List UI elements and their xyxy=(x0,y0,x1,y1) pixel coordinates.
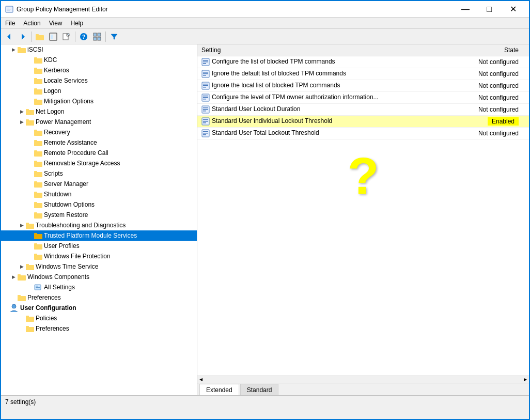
setting-state: Not configured xyxy=(459,56,529,68)
tree-item-windows-components[interactable]: ▶ Windows Components xyxy=(1,272,197,282)
toolbar: ? xyxy=(1,29,529,44)
view-button[interactable] xyxy=(91,30,103,43)
tree-item-preferences-2[interactable]: ▶ Preferences xyxy=(1,323,197,334)
tree-item-wts[interactable]: ▶ Windows Time Service xyxy=(1,261,197,272)
tab-extended[interactable]: Extended xyxy=(199,384,239,395)
folder-button[interactable] xyxy=(34,30,46,43)
scroll-track[interactable] xyxy=(205,376,522,383)
show-hide-button[interactable] xyxy=(47,30,59,43)
h-scrollbar[interactable]: ◀ ▶ xyxy=(197,376,529,383)
folder-icon-preferences xyxy=(18,294,26,301)
tree-item-mitigation[interactable]: ▶ Mitigation Options xyxy=(1,96,197,106)
tree-item-rpc[interactable]: ▶ Remote Procedure Call xyxy=(1,148,197,158)
expander-netlogon[interactable]: ▶ xyxy=(18,107,26,116)
folder-icon-locale xyxy=(34,77,42,84)
minimize-button[interactable]: — xyxy=(454,1,477,18)
folder-icon-kerberos xyxy=(34,67,42,74)
tree-item-user-profiles[interactable]: ▶ User Profiles xyxy=(1,241,197,251)
folder-icon-rpc xyxy=(34,149,42,157)
tree-item-all-settings[interactable]: ▶ All Settings xyxy=(1,282,197,292)
tree-item-policies-2[interactable]: ▶ Policies xyxy=(1,313,197,323)
setting-state: Not configured xyxy=(459,92,529,104)
tree-item-sysrestore[interactable]: ▶ System Restore xyxy=(1,210,197,220)
toolbar-sep-1 xyxy=(31,32,32,42)
settings-list[interactable]: Setting State Configure the list of bloc… xyxy=(197,44,529,376)
tab-bar: Extended Standard xyxy=(197,383,529,395)
svg-rect-70 xyxy=(18,296,26,301)
tree-item-power[interactable]: ▶ Power Management xyxy=(1,117,197,127)
svg-rect-44 xyxy=(34,161,37,162)
window-title: Group Policy Management Editor xyxy=(17,6,454,13)
table-row[interactable]: Configure the list of blocked TPM comman… xyxy=(197,56,529,68)
table-row[interactable]: Ignore the default list of blocked TPM c… xyxy=(197,68,529,80)
menu-view[interactable]: View xyxy=(45,18,67,29)
export-button[interactable] xyxy=(60,30,73,43)
tree-item-remote-assist[interactable]: ▶ Remote Assistance xyxy=(1,137,197,148)
svg-rect-22 xyxy=(18,47,21,49)
folder-icon-kdc xyxy=(34,56,42,64)
svg-rect-96 xyxy=(203,111,206,112)
filter-button[interactable] xyxy=(108,30,120,43)
svg-rect-54 xyxy=(34,212,37,214)
scroll-right-btn[interactable]: ▶ xyxy=(522,376,529,383)
svg-rect-33 xyxy=(26,110,34,115)
close-button[interactable]: ✕ xyxy=(501,1,525,18)
svg-rect-57 xyxy=(34,234,42,239)
tree-item-troubleshoot[interactable]: ▶ Troubleshooting and Diagnostics xyxy=(1,220,197,230)
svg-rect-45 xyxy=(34,172,42,177)
tree-label-shutdown-opts: Shutdown Options xyxy=(44,201,95,208)
expander-power[interactable]: ▶ xyxy=(18,118,26,126)
tree-label-preferences: Preferences xyxy=(27,294,61,301)
setting-name: Configure the level of TPM owner authori… xyxy=(212,94,379,101)
tree-item-kdc[interactable]: ▶ KDC xyxy=(1,55,197,65)
help-button[interactable]: ? xyxy=(77,30,90,43)
tab-standard[interactable]: Standard xyxy=(240,384,279,395)
tree-label-removable: Removable Storage Access xyxy=(44,160,120,167)
expander-troubleshoot[interactable]: ▶ xyxy=(18,221,26,229)
svg-rect-7 xyxy=(36,34,39,36)
scroll-left-btn[interactable]: ◀ xyxy=(197,376,205,383)
menu-action[interactable]: Action xyxy=(19,18,44,29)
svg-rect-58 xyxy=(34,233,37,235)
tree-item-user-config[interactable]: ▶ User Configuration xyxy=(1,303,197,313)
tree-pane[interactable]: ▶ iSCSI ▶ KDC ▶ Kerberos xyxy=(1,44,197,395)
tree-item-shutdown-opts[interactable]: ▶ Shutdown Options xyxy=(1,199,197,210)
tree-item-scripts[interactable]: ▶ Scripts xyxy=(1,168,197,179)
tree-item-wfp[interactable]: ▶ Windows File Protection xyxy=(1,251,197,261)
tree-label-scripts: Scripts xyxy=(44,170,63,177)
tree-item-preferences[interactable]: ▶ Preferences xyxy=(1,292,197,303)
table-row[interactable]: Standard User Lockout DurationNot config… xyxy=(197,104,529,116)
back-button[interactable] xyxy=(3,30,15,43)
window-controls: — □ ✕ xyxy=(454,1,525,18)
setting-state: Not configured xyxy=(459,80,529,92)
tree-item-netlogon[interactable]: ▶ Net Logon xyxy=(1,106,197,117)
svg-rect-25 xyxy=(34,69,42,74)
svg-rect-51 xyxy=(34,203,42,208)
tree-item-iscsi[interactable]: ▶ iSCSI xyxy=(1,44,197,55)
expander-windows-components[interactable]: ▶ xyxy=(9,273,18,281)
svg-rect-19 xyxy=(98,37,101,40)
expander-iscsi[interactable]: ▶ xyxy=(9,45,18,54)
table-row[interactable]: Configure the level of TPM owner authori… xyxy=(197,92,529,104)
svg-rect-91 xyxy=(203,97,208,98)
table-row[interactable]: Standard User Individual Lockout Thresho… xyxy=(197,116,529,128)
table-row[interactable]: Ignore the local list of blocked TPM com… xyxy=(197,80,529,92)
menu-file[interactable]: File xyxy=(1,18,19,29)
tree-item-kerberos[interactable]: ▶ Kerberos xyxy=(1,65,197,75)
svg-rect-102 xyxy=(203,131,208,132)
setting-row-icon xyxy=(201,94,210,102)
forward-button[interactable] xyxy=(17,30,29,43)
tree-item-recovery[interactable]: ▶ Recovery xyxy=(1,127,197,137)
tree-item-logon[interactable]: ▶ Logon xyxy=(1,86,197,96)
tree-item-server-mgr[interactable]: ▶ Server Manager xyxy=(1,179,197,189)
tree-item-shutdown[interactable]: ▶ Shutdown xyxy=(1,189,197,199)
menu-help[interactable]: Help xyxy=(67,18,88,29)
tree-item-locale[interactable]: ▶ Locale Services xyxy=(1,75,197,86)
svg-rect-55 xyxy=(26,224,34,229)
table-row[interactable]: Standard User Total Lockout ThresholdNot… xyxy=(197,128,529,139)
maximize-button[interactable]: □ xyxy=(477,1,501,18)
tree-item-trusted-platform[interactable]: ▶ Trusted Platform Module Services xyxy=(1,230,197,241)
tree-item-removable[interactable]: ▶ Removable Storage Access xyxy=(1,158,197,168)
expander-wts[interactable]: ▶ xyxy=(18,262,26,271)
setting-name: Ignore the local list of blocked TPM com… xyxy=(212,82,340,89)
